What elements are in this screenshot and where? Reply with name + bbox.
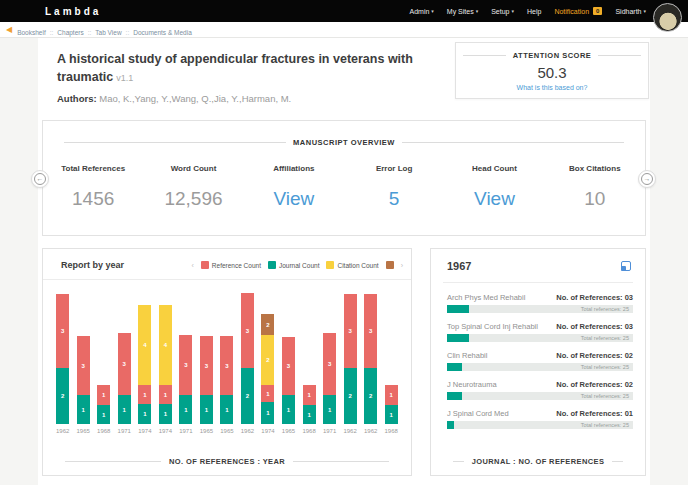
journal-name: J Neurotrauma xyxy=(447,380,497,389)
nav-item-notification[interactable]: Notification0 xyxy=(554,7,602,15)
metric-value: 10 xyxy=(545,188,645,210)
x-axis-label: 1965 xyxy=(220,428,233,434)
back-arrow-icon[interactable]: ◀ xyxy=(6,26,12,34)
journal-progress-bar: Total references: 25 xyxy=(447,392,633,400)
journal-total-label: Total references: 25 xyxy=(581,364,629,370)
bar-segment-reference-count: 3 xyxy=(56,294,69,368)
x-axis-label: 1971 xyxy=(179,428,192,434)
nav-items: Admin▾My Sites▾Setup▾HelpNotification0Si… xyxy=(409,7,646,15)
chart-bar-column: 111968 xyxy=(97,385,110,434)
nav-item-sidharth[interactable]: Sidharth▾ xyxy=(615,8,646,15)
legend-item-reference-count[interactable]: Reference Count xyxy=(201,261,261,269)
report-by-year-card: Report by year ‹Reference CountJournal C… xyxy=(42,248,412,476)
chart-bar-1962[interactable]: 23 xyxy=(344,294,357,424)
metric-value[interactable]: 5 xyxy=(344,188,444,210)
chart-bar-1965[interactable]: 13 xyxy=(77,336,90,424)
breadcrumb-item-chapters[interactable]: Chapters xyxy=(57,29,83,36)
x-axis-label: 1974 xyxy=(261,428,274,434)
bar-segment-reference-count: 3 xyxy=(179,335,192,395)
metric-value: 12,596 xyxy=(143,188,243,210)
authors-line: Authors: Mao, K.,Yang, Y.,Wang, Q.,Jia, … xyxy=(57,93,452,104)
chart-bar-1962[interactable]: 23 xyxy=(56,294,69,424)
bar-segment-reference-count: 3 xyxy=(364,294,377,368)
nav-item-help[interactable]: Help xyxy=(527,8,541,15)
chevron-down-icon: ▾ xyxy=(431,8,434,14)
chart-bar-1968[interactable]: 11 xyxy=(303,385,316,424)
attention-score-info-link[interactable]: What is this based on? xyxy=(456,84,648,91)
chart-bar-1974[interactable]: 114 xyxy=(138,305,151,424)
chart-bar-1974[interactable]: 114 xyxy=(159,305,172,424)
chart-bar-1965[interactable]: 13 xyxy=(282,337,295,424)
bar-segment-journal-count: 2 xyxy=(56,368,69,424)
x-axis-label: 1968 xyxy=(302,428,315,434)
x-axis-label: 1974 xyxy=(138,428,151,434)
duplicate-window-icon[interactable] xyxy=(621,261,631,271)
top-navbar: Lambda Admin▾My Sites▾Setup▾HelpNotifica… xyxy=(0,0,688,22)
nav-item-admin[interactable]: Admin▾ xyxy=(409,8,433,15)
chart-legend: ‹Reference CountJournal CountCitation Co… xyxy=(191,261,403,269)
chart-bar-1965[interactable]: 13 xyxy=(200,336,213,424)
bar-segment-journal-count: 1 xyxy=(303,405,316,424)
carousel-next-button[interactable]: → xyxy=(638,170,656,188)
chart-bar-1971[interactable]: 13 xyxy=(323,333,336,424)
divider xyxy=(43,279,411,280)
bar-segment-journal-count: 1 xyxy=(97,405,110,424)
user-avatar[interactable] xyxy=(653,3,682,32)
page-title: A historical study of appendicular fract… xyxy=(57,51,452,86)
nav-item-my-sites[interactable]: My Sites▾ xyxy=(447,8,478,15)
x-axis-label: 1962 xyxy=(343,428,356,434)
metric-total-references: Total References1456 xyxy=(43,164,143,210)
chart-title: Report by year xyxy=(61,260,124,270)
legend-item-citation-count[interactable]: Citation Count xyxy=(326,261,378,269)
metric-head-count: Head CountView xyxy=(444,164,544,210)
notification-badge: 0 xyxy=(593,7,602,15)
chart-bar-column: 231962 xyxy=(343,294,356,434)
metric-value: 1456 xyxy=(43,188,143,210)
chart-bar-column: 111968 xyxy=(302,385,315,434)
chart-bar-1968[interactable]: 11 xyxy=(97,385,110,424)
carousel-prev-button[interactable]: ← xyxy=(31,170,49,188)
chevron-down-icon: ▾ xyxy=(643,8,646,14)
bar-segment-journal-count: 1 xyxy=(282,395,295,424)
journal-total-label: Total references: 25 xyxy=(581,306,629,312)
metric-value[interactable]: View xyxy=(444,188,544,210)
journal-row-j-spinal-cord-med: J Spinal Cord MedNo. of References: 01To… xyxy=(447,409,633,429)
chart-bar-1971[interactable]: 13 xyxy=(118,333,131,424)
breadcrumb-item-documents-media[interactable]: Documents & Media xyxy=(133,29,192,36)
chart-bar-column: 111968 xyxy=(385,385,398,434)
chart-bar-1974[interactable]: 1122 xyxy=(261,314,274,424)
bar-segment-reference-count: 1 xyxy=(303,385,316,405)
x-axis-label: 1971 xyxy=(323,428,336,434)
legend-prev-icon[interactable]: ‹ xyxy=(191,262,193,269)
breadcrumb-separator: :: xyxy=(50,29,54,36)
metric-value[interactable]: View xyxy=(244,188,344,210)
journal-progress-bar: Total references: 25 xyxy=(447,305,633,313)
legend-item-partial[interactable] xyxy=(386,261,394,269)
version-label: v1.1 xyxy=(116,73,133,83)
journal-references-card: 1967 Arch Phys Med RehabilNo. of Referen… xyxy=(430,248,646,476)
bar-segment-journal-count: 1 xyxy=(220,395,233,424)
nav-item-setup[interactable]: Setup▾ xyxy=(491,8,514,15)
x-axis-label: 1974 xyxy=(159,428,172,434)
attention-score-title: ATTENTION SCORE xyxy=(456,51,648,60)
brand-logo[interactable]: Lambda xyxy=(45,6,101,17)
chart-bar-column: 11221974 xyxy=(261,314,274,434)
legend-next-icon[interactable]: › xyxy=(401,262,403,269)
journal-row-header: J NeurotraumaNo. of References: 02 xyxy=(447,380,633,389)
chart-bar-1968[interactable]: 11 xyxy=(385,385,398,424)
chart-bar-1962[interactable]: 23 xyxy=(364,294,377,424)
stacked-bar-chart: 2319621319651119681319711141974114197413… xyxy=(56,293,398,434)
bar-segment-journal-count: 1 xyxy=(138,404,151,424)
legend-item-journal-count[interactable]: Journal Count xyxy=(268,261,319,269)
journal-ref-count: No. of References: 03 xyxy=(556,322,633,331)
breadcrumb-item-bookshelf[interactable]: Bookshelf xyxy=(17,29,46,36)
chart-bar-1962[interactable]: 23 xyxy=(241,293,254,424)
manuscript-overview-card: MANUSCRIPT OVERVIEW Total References1456… xyxy=(42,120,646,236)
chart-bar-1965[interactable]: 13 xyxy=(220,336,233,424)
breadcrumb-item-tab-view[interactable]: Tab View xyxy=(95,29,121,36)
chart-bar-1971[interactable]: 13 xyxy=(179,335,192,424)
x-axis-label: 1971 xyxy=(118,428,131,434)
metric-label: Error Log xyxy=(344,164,444,173)
attention-score-value: 50.3 xyxy=(456,64,648,81)
bar-segment-reference-count: 1 xyxy=(385,385,398,405)
